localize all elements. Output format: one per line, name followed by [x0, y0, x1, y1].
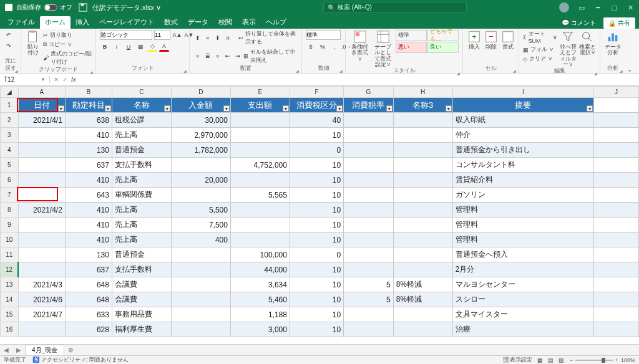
font-color-button[interactable]: A: [159, 42, 169, 52]
cell-in[interactable]: 400: [171, 232, 230, 247]
cell-empty[interactable]: [594, 322, 639, 337]
cell-name[interactable]: 租税公課: [112, 113, 171, 128]
cell-out[interactable]: 3,000: [230, 322, 290, 337]
cell-in[interactable]: [171, 322, 230, 337]
cell-memo[interactable]: 賃貸紹介料: [452, 173, 593, 188]
find-select-button[interactable]: 検索と選択∨: [579, 30, 596, 56]
cell-in[interactable]: 1,782,000: [171, 143, 230, 158]
cell-tax[interactable]: 10: [290, 173, 343, 188]
col-header-C[interactable]: C: [112, 87, 171, 98]
row-header-14[interactable]: 14: [1, 292, 19, 307]
cell-out[interactable]: [230, 173, 290, 188]
cell-memo[interactable]: ガソリン: [452, 188, 593, 203]
cell-code[interactable]: 410: [65, 232, 112, 247]
tab-review[interactable]: 校閲: [213, 16, 237, 29]
maximize-icon[interactable]: ▢: [610, 4, 618, 11]
row-header-2[interactable]: 2: [1, 113, 19, 128]
cell-n3[interactable]: [393, 113, 452, 128]
cell-rate[interactable]: [344, 158, 394, 173]
cell-out[interactable]: [230, 128, 290, 143]
italic-button[interactable]: I: [112, 42, 122, 52]
table-header-0[interactable]: 日付▼: [18, 98, 65, 113]
cell-tax[interactable]: 10: [290, 232, 343, 247]
filter-dropdown-icon[interactable]: ▼: [283, 105, 289, 112]
cell-code[interactable]: 648: [65, 277, 112, 292]
cell-empty[interactable]: [594, 173, 639, 188]
row-header-15[interactable]: 15: [1, 307, 19, 322]
cell-tax[interactable]: 10: [290, 292, 343, 307]
fill-button[interactable]: ▦ フィル ∨: [523, 46, 557, 54]
align-right-button[interactable]: ≡: [213, 51, 222, 61]
cell-date[interactable]: [18, 188, 65, 203]
cancel-fx-icon[interactable]: ✕: [54, 76, 59, 83]
cell-rate[interactable]: [344, 218, 394, 232]
cell-tax[interactable]: 10: [290, 262, 343, 277]
user-avatar-icon[interactable]: [559, 2, 569, 12]
cell-date[interactable]: [18, 232, 65, 247]
merge-center-button[interactable]: ⊞ セルを結合して中央揃え: [243, 48, 298, 64]
cell-in[interactable]: [171, 188, 230, 203]
cell-code[interactable]: 633: [65, 307, 112, 322]
cell-rate[interactable]: [344, 203, 394, 218]
zoom-slider[interactable]: [575, 360, 613, 361]
cell-in[interactable]: [171, 247, 230, 262]
align-bottom-button[interactable]: ⬇: [213, 33, 222, 43]
cell-name[interactable]: 普通預金: [112, 247, 171, 262]
col-header-A[interactable]: A: [18, 87, 65, 98]
cell-memo[interactable]: 普通預金から引き出し: [452, 143, 593, 158]
cell-empty[interactable]: [594, 203, 639, 218]
style-bad[interactable]: 悪い: [396, 42, 427, 53]
cell-date[interactable]: [18, 128, 65, 143]
row-header-5[interactable]: 5: [1, 158, 19, 173]
col-header-E[interactable]: E: [230, 87, 290, 98]
cell-tax[interactable]: 0: [290, 143, 343, 158]
cell-tax[interactable]: 10: [290, 307, 343, 322]
orientation-button[interactable]: ⤭: [223, 33, 232, 43]
select-all[interactable]: ◢: [1, 87, 19, 98]
autosave-toggle[interactable]: 自動保存 オフ: [16, 3, 72, 12]
cell-rate[interactable]: [344, 143, 394, 158]
share-button[interactable]: 🔒 共有: [603, 17, 635, 29]
align-left-button[interactable]: ≡: [193, 51, 202, 61]
analyze-data-button[interactable]: データ分析: [604, 30, 622, 56]
tab-help[interactable]: ヘルプ: [261, 16, 291, 29]
cell-empty[interactable]: [594, 218, 639, 232]
cell-name[interactable]: 売上高: [112, 128, 171, 143]
table-header-5[interactable]: 消費税区分▼: [290, 98, 343, 113]
cell-memo[interactable]: 2月分: [452, 262, 593, 277]
cell-out[interactable]: 100,000: [230, 247, 290, 262]
cell-empty[interactable]: [594, 113, 639, 128]
col-header-H[interactable]: H: [393, 87, 452, 98]
cell-in[interactable]: 7,500: [171, 218, 230, 232]
table-header-2[interactable]: 名称▼: [112, 98, 171, 113]
cell-date[interactable]: [18, 173, 65, 188]
percent-button[interactable]: %: [318, 42, 328, 52]
cell-date[interactable]: 2021/4/2: [18, 203, 65, 218]
filter-dropdown-icon[interactable]: ▼: [223, 105, 230, 112]
fx-icon[interactable]: fx: [71, 76, 76, 83]
cell-memo[interactable]: 管理料: [452, 232, 593, 247]
cell-memo[interactable]: 管理料: [452, 203, 593, 218]
font-size-input[interactable]: [154, 30, 170, 40]
style-neutral[interactable]: どちらでも…: [427, 30, 459, 41]
cell-in[interactable]: [171, 277, 230, 292]
cell-in[interactable]: 20,000: [171, 173, 230, 188]
cell-name[interactable]: 売上高: [112, 232, 171, 247]
cell-date[interactable]: [18, 247, 65, 262]
cell-tax[interactable]: 10: [290, 322, 343, 337]
zoom-out-icon[interactable]: −: [569, 357, 572, 363]
undo-button[interactable]: ↶: [4, 30, 14, 40]
cell-empty[interactable]: [594, 307, 639, 322]
align-top-button[interactable]: ⬆: [193, 33, 202, 43]
cell-n3[interactable]: [393, 232, 452, 247]
cell-name[interactable]: 車輌関係費: [112, 188, 171, 203]
cell-code[interactable]: 410: [65, 218, 112, 232]
align-center-button[interactable]: ≣: [203, 51, 212, 61]
cell-n3[interactable]: [393, 307, 452, 322]
comments-button[interactable]: 💬 コメント: [558, 17, 600, 29]
cell-out[interactable]: 1,188: [230, 307, 290, 322]
filter-dropdown-icon[interactable]: ▼: [164, 105, 170, 112]
row-header-6[interactable]: 6: [1, 173, 19, 188]
cell-in[interactable]: 30,000: [171, 113, 230, 128]
cut-button[interactable]: ✂ 切り取り: [43, 31, 92, 39]
